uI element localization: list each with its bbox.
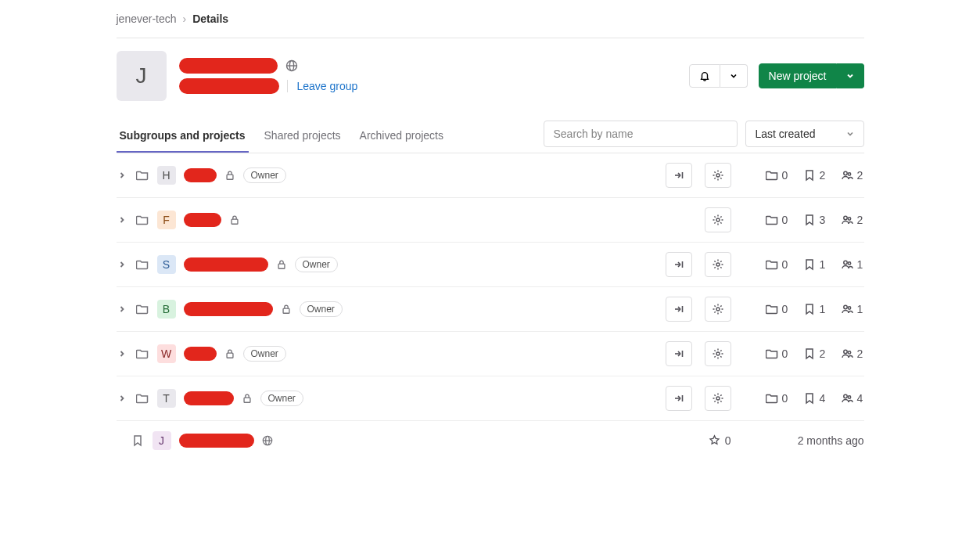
settings-button[interactable] bbox=[705, 297, 731, 322]
item-name-redacted[interactable] bbox=[179, 434, 254, 448]
expand-toggle[interactable] bbox=[117, 305, 127, 313]
item-avatar: H bbox=[157, 166, 176, 185]
item-name-redacted[interactable] bbox=[184, 213, 221, 227]
svg-rect-19 bbox=[227, 353, 233, 358]
item-avatar: W bbox=[157, 344, 176, 363]
svg-point-20 bbox=[716, 352, 720, 355]
group-subtitle-redacted bbox=[179, 78, 279, 94]
role-badge: Owner bbox=[260, 391, 303, 406]
settings-button[interactable] bbox=[705, 252, 731, 277]
expand-toggle[interactable] bbox=[117, 394, 127, 402]
projects-count: 2 bbox=[803, 347, 827, 360]
svg-point-22 bbox=[848, 351, 850, 354]
svg-point-9 bbox=[843, 216, 846, 219]
projects-count: 4 bbox=[803, 392, 827, 405]
svg-rect-7 bbox=[232, 219, 238, 224]
svg-point-14 bbox=[848, 262, 850, 265]
item-avatar: S bbox=[157, 255, 176, 274]
subgroups-count: 0 bbox=[766, 214, 789, 226]
item-avatar: J bbox=[153, 431, 171, 450]
projects-count: 3 bbox=[803, 214, 827, 226]
folder-icon bbox=[135, 214, 149, 226]
bookmark-icon bbox=[131, 434, 145, 447]
lock-icon bbox=[224, 348, 235, 359]
svg-rect-3 bbox=[227, 175, 233, 179]
fork-button[interactable] bbox=[666, 341, 692, 366]
item-name-redacted[interactable] bbox=[184, 257, 268, 272]
group-title-redacted bbox=[179, 58, 278, 74]
item-name-redacted[interactable] bbox=[184, 347, 217, 361]
group-header: J Leave group N bbox=[117, 38, 864, 120]
fork-button[interactable] bbox=[666, 163, 692, 188]
folder-icon bbox=[135, 258, 149, 271]
role-badge: Owner bbox=[243, 167, 286, 183]
chevron-down-icon[interactable] bbox=[720, 64, 748, 88]
folder-icon bbox=[135, 303, 149, 315]
lock-icon bbox=[224, 170, 235, 181]
new-project-button[interactable]: New project bbox=[759, 63, 837, 88]
breadcrumb-parent[interactable]: jenever-tech bbox=[117, 13, 177, 25]
search-input[interactable] bbox=[544, 121, 738, 147]
settings-button[interactable] bbox=[705, 386, 731, 411]
item-name-redacted[interactable] bbox=[184, 302, 273, 316]
bell-icon[interactable] bbox=[689, 64, 720, 88]
fork-button[interactable] bbox=[666, 252, 692, 277]
svg-point-18 bbox=[848, 307, 850, 309]
item-stats: 011 bbox=[755, 303, 864, 315]
tabs-row: Subgroups and projects Shared projects A… bbox=[117, 120, 864, 153]
item-name-redacted[interactable] bbox=[184, 168, 217, 182]
settings-button[interactable] bbox=[705, 207, 731, 232]
globe-icon bbox=[262, 435, 273, 446]
new-project-dropdown[interactable] bbox=[837, 63, 864, 88]
fork-button[interactable] bbox=[666, 297, 692, 322]
item-avatar: T bbox=[157, 389, 176, 408]
svg-point-4 bbox=[716, 174, 720, 177]
svg-point-5 bbox=[843, 171, 846, 175]
tab-subgroups[interactable]: Subgroups and projects bbox=[117, 120, 249, 153]
subgroups-count: 0 bbox=[766, 258, 789, 271]
svg-point-26 bbox=[848, 396, 850, 398]
expand-toggle[interactable] bbox=[117, 171, 127, 179]
svg-point-17 bbox=[843, 305, 846, 308]
role-badge: Owner bbox=[300, 301, 343, 317]
sort-dropdown[interactable]: Last created bbox=[745, 121, 864, 147]
notifications-dropdown[interactable] bbox=[689, 64, 748, 88]
svg-point-25 bbox=[843, 394, 846, 398]
svg-point-21 bbox=[843, 350, 846, 353]
group-row: BOwner011 bbox=[117, 287, 864, 332]
svg-point-8 bbox=[716, 218, 720, 221]
members-count: 1 bbox=[841, 258, 864, 271]
members-count: 2 bbox=[841, 214, 864, 226]
item-stats: 044 bbox=[755, 392, 864, 405]
leave-group-link[interactable]: Leave group bbox=[287, 80, 358, 92]
svg-point-10 bbox=[848, 218, 850, 220]
folder-icon bbox=[135, 169, 149, 182]
item-stats: 022 bbox=[755, 169, 864, 182]
members-count: 2 bbox=[841, 169, 864, 182]
expand-toggle[interactable] bbox=[117, 216, 127, 224]
expand-toggle[interactable] bbox=[117, 350, 127, 358]
item-avatar: F bbox=[157, 211, 176, 229]
globe-icon bbox=[285, 59, 298, 72]
folder-icon bbox=[135, 347, 149, 360]
svg-rect-15 bbox=[283, 308, 289, 313]
fork-button[interactable] bbox=[666, 386, 692, 411]
settings-button[interactable] bbox=[705, 163, 731, 188]
lock-icon bbox=[229, 214, 240, 225]
items-list: HOwner022F032SOwner011BOwner011WOwner022… bbox=[117, 153, 864, 459]
settings-button[interactable] bbox=[705, 341, 731, 366]
tab-shared[interactable]: Shared projects bbox=[261, 120, 344, 153]
svg-point-13 bbox=[843, 261, 846, 264]
expand-toggle[interactable] bbox=[117, 261, 127, 268]
projects-count: 1 bbox=[803, 303, 827, 315]
lock-icon bbox=[281, 304, 292, 315]
project-row: J02 months ago bbox=[117, 421, 864, 459]
tab-archived[interactable]: Archived projects bbox=[357, 120, 447, 153]
members-count: 1 bbox=[841, 303, 864, 315]
lock-icon bbox=[276, 259, 287, 270]
subgroups-count: 0 bbox=[766, 392, 789, 405]
item-stats: 011 bbox=[755, 258, 864, 271]
group-row: F032 bbox=[117, 198, 864, 243]
subgroups-count: 0 bbox=[766, 169, 789, 182]
item-name-redacted[interactable] bbox=[184, 391, 234, 405]
